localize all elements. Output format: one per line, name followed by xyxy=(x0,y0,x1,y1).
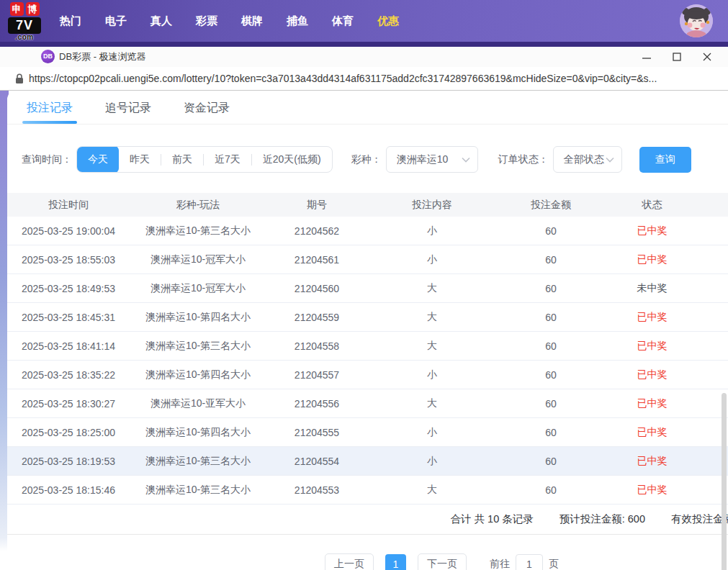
scrollbar-thumb[interactable] xyxy=(722,393,727,570)
cell-issue: 21204553 xyxy=(266,484,367,496)
time-filter-group: 今天昨天前天近7天近20天(低频) xyxy=(76,146,333,173)
time-option-4[interactable]: 近20天(低频) xyxy=(252,146,332,173)
record-tabs: 投注记录追号记录资金记录 xyxy=(7,91,728,125)
cell-play: 澳洲幸运10-第三名大小 xyxy=(130,340,266,353)
table-row[interactable]: 2025-03-25 18:35:22澳洲幸运10-第四名大小21204557小… xyxy=(7,361,728,389)
page-content: 投注记录追号记录资金记录 查询时间： 今天昨天前天近7天近20天(低频) 彩种：… xyxy=(0,91,728,570)
cell-amount: 60 xyxy=(497,312,605,323)
close-button[interactable] xyxy=(692,47,722,67)
table-row[interactable]: 2025-03-25 18:41:14澳洲幸运10-第三名大小21204558大… xyxy=(7,332,728,361)
time-option-0[interactable]: 今天 xyxy=(77,146,119,173)
site-logo[interactable]: 申 博 7V .com xyxy=(6,2,43,41)
summary-bar: 合计 共 10 条记录 预计投注金额: 600 有效投注金额 xyxy=(7,505,728,535)
records-card: 投注记录追号记录资金记录 查询时间： 今天昨天前天近7天近20天(低频) 彩种：… xyxy=(7,91,728,570)
table-row[interactable]: 2025-03-25 18:45:31澳洲幸运10-第四名大小21204559大… xyxy=(7,303,728,332)
user-avatar[interactable] xyxy=(680,4,713,37)
column-header-5: 状态 xyxy=(605,199,699,212)
goto-page: 前往 页 xyxy=(490,554,559,570)
window-title: DB彩票 - 极速浏览器 xyxy=(59,47,146,67)
cell-amount: 60 xyxy=(497,283,605,294)
cell-content: 小 xyxy=(367,225,497,238)
goto-page-input[interactable] xyxy=(516,554,543,570)
cell-time: 2025-03-25 18:25:00 xyxy=(7,427,130,438)
cell-issue: 21204558 xyxy=(266,340,367,352)
site-nav-items: 热门电子真人彩票棋牌捕鱼体育优惠 xyxy=(60,0,399,42)
goto-label: 前往 xyxy=(490,558,510,570)
bet-records-table: 投注时间彩种-玩法期号投注内容投注金额状态 2025-03-25 19:00:0… xyxy=(7,193,728,505)
cell-issue: 21204560 xyxy=(266,283,367,294)
browser-titlebar[interactable]: DB DB彩票 - 极速浏览器 xyxy=(0,47,728,67)
cell-content: 大 xyxy=(367,282,497,295)
cell-amount: 60 xyxy=(497,398,605,410)
cell-amount: 60 xyxy=(497,427,605,438)
column-header-3: 投注内容 xyxy=(367,199,497,212)
nav-item-promo[interactable]: 优惠 xyxy=(377,14,399,28)
cell-amount: 60 xyxy=(497,484,605,496)
page-favicon: DB xyxy=(41,50,55,63)
table-body: 2025-03-25 19:00:04澳洲幸运10-第三名大小21204562小… xyxy=(7,217,728,505)
tab-fund-records[interactable]: 资金记录 xyxy=(184,101,230,124)
cell-time: 2025-03-25 18:55:03 xyxy=(7,254,130,266)
cell-status: 已中奖 xyxy=(605,253,699,266)
table-row[interactable]: 2025-03-25 19:00:04澳洲幸运10-第三名大小21204562小… xyxy=(7,217,728,245)
summary-expected-amount: 预计投注金额: 600 xyxy=(560,512,645,526)
cell-content: 小 xyxy=(367,455,497,468)
time-option-2[interactable]: 前天 xyxy=(161,146,203,173)
close-icon xyxy=(703,53,711,61)
minimize-button[interactable] xyxy=(632,47,662,67)
cell-content: 大 xyxy=(367,311,497,324)
page-number-button[interactable]: 1 xyxy=(385,554,406,570)
cell-status: 已中奖 xyxy=(605,225,699,238)
cell-time: 2025-03-25 18:35:22 xyxy=(7,369,130,381)
next-page-button[interactable]: 下一页 xyxy=(418,553,467,570)
cell-amount: 60 xyxy=(497,340,605,352)
table-row[interactable]: 2025-03-25 18:15:46澳洲幸运10-第三名大小21204553大… xyxy=(7,476,728,505)
cell-time: 2025-03-25 18:15:46 xyxy=(7,484,130,496)
filter-bar: 查询时间： 今天昨天前天近7天近20天(低频) 彩种： 澳洲幸运10 订单状态：… xyxy=(22,146,728,173)
chevron-down-icon xyxy=(606,157,614,163)
cell-play: 澳洲幸运10-冠军大小 xyxy=(130,282,266,295)
prev-page-button[interactable]: 上一页 xyxy=(325,553,374,570)
order-status-select[interactable]: 全部状态 xyxy=(553,146,622,173)
nav-item-live[interactable]: 真人 xyxy=(150,14,172,28)
table-row[interactable]: 2025-03-25 18:49:53澳洲幸运10-冠军大小21204560大6… xyxy=(7,274,728,303)
cell-play: 澳洲幸运10-第三名大小 xyxy=(130,455,266,468)
search-button[interactable]: 查询 xyxy=(639,147,691,173)
maximize-button[interactable] xyxy=(662,47,692,67)
cell-status: 已中奖 xyxy=(605,311,699,324)
cell-time: 2025-03-25 18:19:53 xyxy=(7,456,130,467)
nav-item-fishing[interactable]: 捕鱼 xyxy=(287,14,308,28)
nav-item-hot[interactable]: 热门 xyxy=(60,14,81,28)
cell-status: 已中奖 xyxy=(605,340,699,353)
cell-play: 澳洲幸运10-第三名大小 xyxy=(130,225,266,238)
cell-content: 小 xyxy=(367,368,497,381)
table-row[interactable]: 2025-03-25 18:19:53澳洲幸运10-第三名大小21204554小… xyxy=(7,447,728,476)
cell-play: 澳洲幸运10-冠军大小 xyxy=(130,253,266,266)
cell-status: 已中奖 xyxy=(605,368,699,381)
cell-content: 小 xyxy=(367,426,497,439)
nav-item-lottery[interactable]: 彩票 xyxy=(196,14,217,28)
cell-status: 已中奖 xyxy=(605,426,699,439)
order-status-value: 全部状态 xyxy=(564,153,604,166)
screen: 申 博 7V .com 热门电子真人彩票棋牌捕鱼体育优惠 xyxy=(0,0,728,570)
table-row[interactable]: 2025-03-25 18:55:03澳洲幸运10-冠军大小21204561小6… xyxy=(7,245,728,274)
cell-status: 已中奖 xyxy=(605,455,699,468)
nav-item-sports[interactable]: 体育 xyxy=(332,14,354,28)
url-text[interactable]: https://ctopcp02pcali.uengi5e.com/lotter… xyxy=(29,67,657,90)
table-row[interactable]: 2025-03-25 18:30:27澳洲幸运10-亚军大小21204556大6… xyxy=(7,389,728,418)
lottery-select-value: 澳洲幸运10 xyxy=(397,153,449,166)
nav-item-slots[interactable]: 电子 xyxy=(105,14,127,28)
time-option-1[interactable]: 昨天 xyxy=(119,146,161,173)
tab-chase-records[interactable]: 追号记录 xyxy=(105,101,151,124)
table-row[interactable]: 2025-03-25 18:25:00澳洲幸运10-第四名大小21204555小… xyxy=(7,418,728,447)
tab-bet-records[interactable]: 投注记录 xyxy=(27,101,73,124)
lottery-select[interactable]: 澳洲幸运10 xyxy=(386,146,478,173)
nav-item-chess[interactable]: 棋牌 xyxy=(241,14,263,28)
cell-time: 2025-03-25 19:00:04 xyxy=(7,225,130,237)
summary-valid-amount: 有效投注金额 xyxy=(671,512,728,526)
status-filter-label: 订单状态： xyxy=(498,153,549,166)
address-bar[interactable]: https://ctopcp02pcali.uengi5e.com/lotter… xyxy=(0,67,728,91)
window-controls xyxy=(632,47,722,67)
time-option-3[interactable]: 近7天 xyxy=(204,146,251,173)
cell-status: 已中奖 xyxy=(605,397,699,410)
